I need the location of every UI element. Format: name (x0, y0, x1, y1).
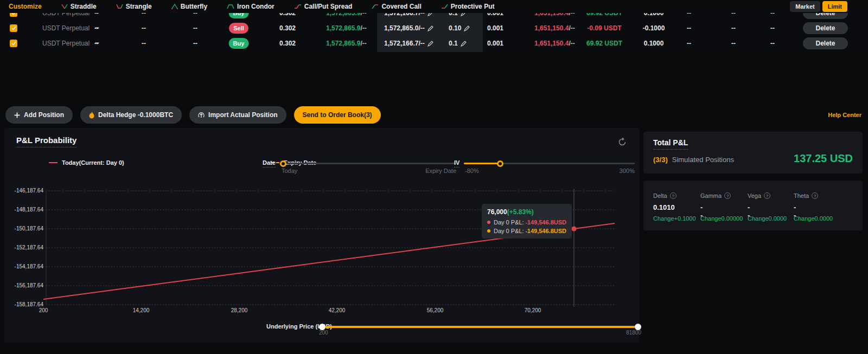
total-pnl-card: Total P&L (3/3) Simulated Positions 137.… (643, 132, 863, 173)
y-tick: -152,187.64 (10, 244, 43, 250)
delta-hedge-button[interactable]: Delta Hedge -0.1000BTC (80, 106, 182, 124)
order-type-switch: Market Limit (790, 1, 847, 12)
tooltip-row: Day 0 P&L:-149,546.8USD (487, 228, 566, 234)
cell-empty: -- (193, 24, 197, 32)
side-badge: Sell (229, 23, 248, 34)
y-tick: -158,187.64 (10, 301, 43, 307)
delta-cell: -0.1000 (643, 24, 665, 32)
row-checkbox[interactable] (10, 24, 17, 32)
row-checkbox[interactable] (10, 40, 17, 47)
y-tick: -156,187.64 (10, 282, 43, 288)
underlying-price-slider[interactable] (322, 326, 638, 328)
liq-price-cell: 1,651,150.4/-- (534, 40, 575, 47)
y-tick: -146,187.64 (10, 188, 43, 194)
step-cell: 0.001 (487, 24, 503, 32)
x-tick: 56,200 (427, 307, 444, 313)
nav-item-customize[interactable]: Customize (9, 3, 42, 10)
cell-empty: -- (770, 24, 775, 32)
protective-put-icon (441, 4, 448, 9)
edit-icon[interactable] (427, 25, 433, 31)
x-tick: 70,200 (525, 307, 541, 313)
positions-caption: Simulated Positions (672, 156, 734, 164)
cell-empty: -- (731, 24, 736, 32)
x-tick: 14,200 (133, 307, 150, 313)
step-cell: 0.001 (487, 40, 503, 47)
delta-cell: 0.1000 (644, 40, 664, 47)
instrument-cell[interactable]: USDT Perpetual (42, 24, 99, 32)
entry-price-cell[interactable]: 1,572,166.7/-- (384, 40, 433, 47)
entry-price-cell[interactable]: 1,572,865.0/-- (384, 24, 433, 32)
nav-item-strangle[interactable]: Strangle (116, 3, 152, 10)
x-tick: 200 (39, 307, 48, 313)
nav-item-call-put-spread[interactable]: Call/Put Spread (294, 3, 353, 10)
strangle-icon (116, 4, 123, 9)
nav-item-straddle[interactable]: Straddle (61, 3, 97, 10)
covered-call-icon (372, 4, 379, 9)
greeks-card: Delta? 0.1010 Change+0.1000 Gamma? -- Ch… (643, 181, 863, 230)
table-row: USDT Perpetual -- -- -- Buy 0.302 1,572,… (0, 36, 868, 51)
options-strategy-page: USDT Perpetual -- -- -- Buy 0.302 1,572,… (0, 0, 868, 354)
check-icon (11, 26, 16, 30)
help-icon[interactable]: ? (764, 192, 770, 199)
pnl-cell: 69.92 USDT (586, 40, 622, 47)
underlying-max-label: 81800 (626, 330, 641, 336)
market-button[interactable]: Market (790, 1, 820, 12)
pnl-probability-panel: P&L Probability Today(Current: Day 0) Ex… (4, 128, 639, 343)
simulated-positions-row: (3/3) Simulated Positions (653, 156, 734, 164)
import-actual-position-button[interactable]: Import Actual Position (189, 106, 286, 124)
cell-empty: -- (731, 40, 736, 47)
total-pnl-value: 137.25 USD (794, 152, 853, 165)
y-tick: -154,187.64 (10, 263, 43, 269)
help-icon[interactable]: ? (670, 192, 676, 199)
edit-icon[interactable] (464, 25, 470, 31)
limit-button[interactable]: Limit (822, 1, 847, 12)
chart-tooltip: 76,000(+5.83%) Day 0 P&L:-149,546.8USD D… (482, 204, 572, 239)
cell-empty: -- (94, 40, 99, 47)
series-dot-orange (487, 229, 490, 233)
send-to-order-book-button[interactable]: Send to Order Book(3) (294, 106, 381, 124)
hover-point (572, 227, 577, 231)
table-row: USDT Perpetual -- -- -- Sell 0.302 1,572… (0, 21, 868, 36)
straddle-icon (61, 4, 68, 9)
tooltip-row: Day 0 P&L:-149,546.8USD (487, 219, 566, 226)
x-tick: 28,200 (231, 307, 248, 313)
flame-icon (89, 112, 94, 119)
nav-item-covered-call[interactable]: Covered Call (372, 3, 421, 10)
plus-icon (14, 112, 20, 118)
x-tick: 42,200 (329, 307, 346, 313)
position-toolbar: Add Position Delta Hedge -0.1000BTC Impo… (0, 106, 868, 124)
strategy-navbar: Customize Straddle Strangle Butterfly Ir… (0, 0, 868, 13)
underlying-min-label: 200 (319, 330, 328, 336)
cell-empty: -- (142, 24, 146, 32)
edit-icon[interactable] (427, 41, 433, 47)
side-badge: Buy (229, 38, 249, 49)
series-dot-red (487, 221, 490, 224)
butterfly-icon (171, 4, 178, 9)
size-cell[interactable]: 0.1 (449, 40, 467, 47)
help-icon[interactable]: ? (812, 192, 818, 199)
qty-cell: 0.302 (279, 40, 296, 47)
help-center-link[interactable]: Help Center (828, 112, 861, 118)
edit-icon[interactable] (461, 41, 467, 47)
y-tick: -148,187.64 (10, 207, 43, 213)
cell-empty: -- (193, 40, 197, 47)
import-icon (198, 112, 205, 118)
qty-cell: 0.302 (279, 24, 296, 32)
instrument-cell[interactable]: USDT Perpetual (42, 40, 99, 47)
y-tick: -150,187.64 (10, 226, 43, 231)
delete-button[interactable]: Delete (803, 22, 848, 34)
size-cell[interactable]: 0.10 (449, 24, 470, 32)
cell-empty: -- (687, 40, 691, 47)
delete-button[interactable]: Delete (803, 37, 848, 49)
nav-item-butterfly[interactable]: Butterfly (171, 3, 207, 10)
nav-item-iron-condor[interactable]: Iron Condor (227, 3, 275, 10)
total-pnl-title: Total P&L (653, 138, 688, 150)
add-position-button[interactable]: Add Position (5, 106, 73, 124)
nav-item-protective-put[interactable]: Protective Put (441, 3, 495, 10)
cell-empty: -- (142, 40, 146, 47)
cell-empty: -- (94, 24, 99, 32)
liq-price-cell: 1,651,150.4/-- (534, 24, 575, 32)
help-icon[interactable]: ? (724, 192, 731, 199)
tooltip-price: 76,000(+5.83%) (487, 208, 566, 216)
pnl-cell: -0.09 USDT (587, 24, 621, 32)
